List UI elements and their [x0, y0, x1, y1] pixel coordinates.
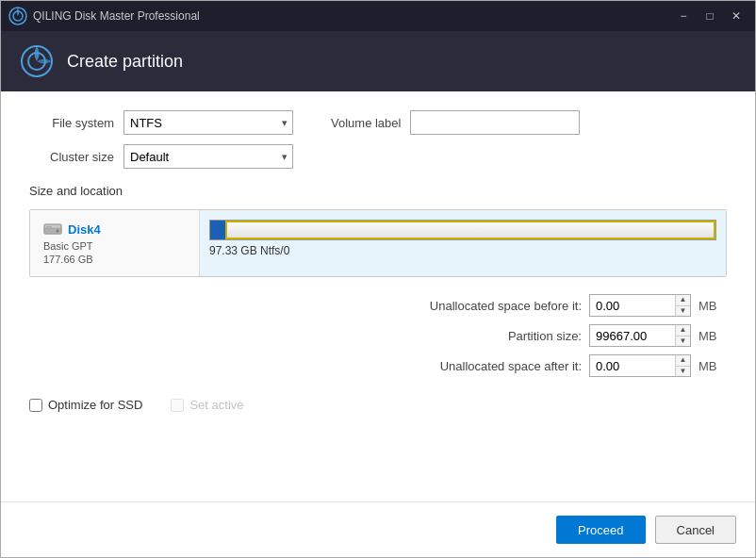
- before-label: Unallocated space before it:: [374, 299, 582, 313]
- app-icon: [8, 7, 27, 25]
- svg-point-6: [57, 230, 59, 233]
- partition-row: Partition size: ▲ ▼ MB: [29, 324, 727, 347]
- after-input[interactable]: [590, 355, 675, 376]
- volume-label-label: Volume label: [331, 116, 401, 130]
- header-icon: [20, 44, 54, 78]
- after-unit: MB: [698, 359, 727, 373]
- before-spin-btns: ▲ ▼: [675, 295, 690, 316]
- partition-label: Partition size:: [374, 329, 582, 343]
- file-system-select-wrapper: NTFS FAT32 exFAT EXT4: [123, 110, 293, 135]
- set-active-checkbox[interactable]: [171, 399, 184, 412]
- partition-spin-btns: ▲ ▼: [675, 325, 690, 346]
- file-system-row: File system NTFS FAT32 exFAT EXT4: [29, 110, 293, 135]
- partition-spinbox: ▲ ▼: [589, 324, 691, 347]
- after-spinbox: ▲ ▼: [589, 354, 691, 377]
- maximize-button[interactable]: □: [698, 8, 721, 25]
- cancel-button[interactable]: Cancel: [655, 516, 736, 544]
- file-system-label: File system: [29, 116, 114, 130]
- minimize-button[interactable]: −: [672, 8, 695, 25]
- before-spinbox: ▲ ▼: [589, 294, 691, 317]
- before-spin-up[interactable]: ▲: [676, 295, 690, 306]
- size-rows: Unallocated space before it: ▲ ▼ MB Part…: [29, 294, 727, 377]
- before-spin-down[interactable]: ▼: [676, 306, 690, 317]
- size-location-title: Size and location: [29, 184, 727, 198]
- dialog-content: File system NTFS FAT32 exFAT EXT4 Cluste…: [1, 91, 755, 501]
- disk-bar: [209, 220, 716, 240]
- disk-name-row: Disk4: [43, 220, 186, 238]
- volume-label-row: Volume label: [331, 110, 580, 135]
- optimize-ssd-item[interactable]: Optimize for SSD: [29, 398, 142, 412]
- proceed-button[interactable]: Proceed: [556, 516, 645, 544]
- dialog-title: Create partition: [67, 52, 183, 72]
- app-name: QILING Disk Master Professional: [33, 9, 672, 23]
- dialog-footer: Proceed Cancel: [1, 501, 755, 557]
- before-unit: MB: [698, 299, 727, 313]
- cluster-size-row: Cluster size Default 512 1024 2048 4096: [29, 144, 293, 169]
- cluster-size-select-wrapper: Default 512 1024 2048 4096: [123, 144, 293, 169]
- after-spin-btns: ▲ ▼: [675, 355, 690, 376]
- file-system-select[interactable]: NTFS FAT32 exFAT EXT4: [123, 110, 293, 135]
- optimize-ssd-checkbox[interactable]: [29, 399, 42, 412]
- cluster-size-select[interactable]: Default 512 1024 2048 4096: [123, 144, 293, 169]
- partition-spin-up[interactable]: ▲: [676, 325, 690, 336]
- disk-icon: [43, 220, 62, 238]
- title-bar: QILING Disk Master Professional − □ ✕: [1, 1, 755, 31]
- dialog-header: Create partition: [1, 31, 755, 91]
- main-window: QILING Disk Master Professional − □ ✕ Cr…: [0, 0, 756, 558]
- set-active-label: Set active: [189, 398, 243, 412]
- optimize-ssd-label: Optimize for SSD: [48, 398, 142, 412]
- partition-spin-down[interactable]: ▼: [676, 336, 690, 347]
- disk-type: Basic GPT: [43, 240, 186, 252]
- volume-label-input[interactable]: [410, 110, 580, 135]
- partition-input[interactable]: [590, 325, 675, 346]
- disk-name: Disk4: [68, 222, 101, 237]
- disk-size: 177.66 GB: [43, 254, 186, 265]
- disk-info: Disk4 Basic GPT 177.66 GB: [30, 210, 200, 276]
- window-controls: − □ ✕: [672, 8, 748, 25]
- svg-rect-7: [46, 226, 52, 228]
- after-label: Unallocated space after it:: [374, 359, 582, 373]
- after-spin-up[interactable]: ▲: [676, 355, 690, 367]
- cluster-size-label: Cluster size: [29, 150, 114, 164]
- disk-caption: 97.33 GB Ntfs/0: [209, 244, 716, 257]
- disk-panel: Disk4 Basic GPT 177.66 GB 97.33 GB Ntfs/…: [29, 209, 727, 277]
- disk-visual: 97.33 GB Ntfs/0: [200, 210, 726, 276]
- set-active-item[interactable]: Set active: [171, 398, 243, 412]
- options-row: Optimize for SSD Set active: [29, 398, 727, 412]
- before-row: Unallocated space before it: ▲ ▼ MB: [29, 294, 727, 317]
- partition-unit: MB: [698, 329, 727, 343]
- before-input[interactable]: [590, 295, 675, 316]
- after-spin-down[interactable]: ▼: [676, 367, 690, 377]
- disk-bar-used: [210, 221, 225, 239]
- close-button[interactable]: ✕: [725, 8, 748, 25]
- disk-bar-free: [225, 221, 715, 239]
- after-row: Unallocated space after it: ▲ ▼ MB: [29, 354, 727, 377]
